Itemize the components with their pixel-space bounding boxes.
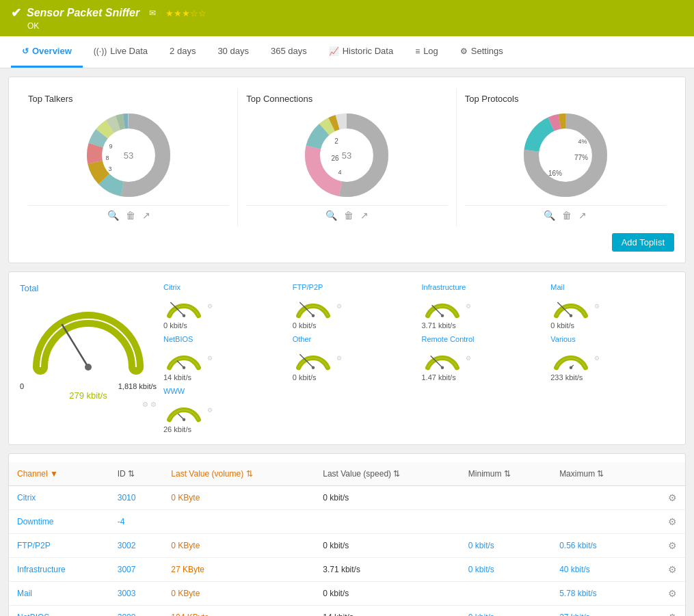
mini-gauge-item-3: Mail ⚙ 0 kbit/s — [550, 283, 674, 330]
cell-icon-1[interactable]: ⚙ — [646, 510, 685, 534]
col-channel-label: Channel — [17, 469, 48, 479]
table-section: Channel ▼ ID ⇅ Last Value (volume) ⇅ L — [8, 453, 686, 616]
mini-gauge-value-2: 3.71 kbit/s — [422, 321, 456, 330]
mini-gauge-svg-7 — [550, 345, 591, 372]
svg-point-52 — [570, 366, 572, 369]
cell-id-2: 3002 — [109, 534, 163, 558]
mini-gauge-value-8: 26 kbit/s — [163, 425, 191, 433]
cell-min-5: 0 kbit/s — [460, 606, 551, 617]
talkers-search-icon[interactable]: 🔍 — [107, 210, 119, 221]
cell-channel-3[interactable]: Infrastructure — [9, 558, 109, 582]
col-last-speed[interactable]: Last Value (speed) ⇅ — [315, 462, 460, 486]
connections-expand-icon[interactable]: ↗ — [360, 210, 369, 221]
mini-gauge-settings-0[interactable]: ⚙ — [207, 303, 213, 310]
svg-line-35 — [62, 325, 88, 367]
col-channel-sort: ▼ — [50, 469, 58, 479]
toplist-protocols-actions: 🔍 🗑 ↗ — [465, 205, 666, 221]
col-minimum-label: Minimum — [468, 469, 502, 479]
col-maximum[interactable]: Maximum ⇅ — [551, 462, 645, 486]
cell-icon-2[interactable]: ⚙ — [646, 534, 685, 558]
cell-max-4: 5.78 kbit/s — [551, 582, 645, 606]
protocols-expand-icon[interactable]: ↗ — [578, 210, 587, 221]
connections-search-icon[interactable]: 🔍 — [325, 210, 337, 221]
mini-gauge-name-3: Mail — [550, 283, 564, 291]
cell-last-speed-4: 0 kbit/s — [315, 582, 460, 606]
mini-gauge-name-7: Various — [550, 335, 575, 343]
nav-item-2days[interactable]: 2 days — [159, 36, 206, 68]
col-minimum[interactable]: Minimum ⇅ — [460, 462, 551, 486]
cell-icon-5[interactable]: ⚙ — [646, 606, 685, 617]
mini-gauge-settings-7[interactable]: ⚙ — [594, 355, 600, 362]
talkers-expand-icon[interactable]: ↗ — [142, 210, 150, 221]
cell-channel-0[interactable]: Citrix — [9, 486, 109, 510]
nav-item-overview[interactable]: ↺ Overview — [11, 36, 83, 68]
total-gauge-max: 1,818 kbit/s — [118, 382, 157, 390]
envelope-icon[interactable]: ✉ — [149, 8, 156, 18]
talkers-delete-icon[interactable]: 🗑 — [126, 210, 135, 221]
cell-max-3: 40 kbit/s — [551, 558, 645, 582]
cell-channel-2[interactable]: FTP/P2P — [9, 534, 109, 558]
svg-text:16%: 16% — [548, 170, 562, 177]
mini-gauge-value-7: 233 kbit/s — [550, 373, 583, 381]
col-last-vol[interactable]: Last Value (volume) ⇅ — [163, 462, 315, 486]
nav-30days-label: 30 days — [217, 46, 249, 56]
table-row: NetBIOS 3008 104 KByte 14 kbit/s 0 kbit/… — [9, 606, 685, 617]
protocols-delete-icon[interactable]: 🗑 — [562, 210, 572, 221]
mini-gauge-item-4: NetBIOS ⚙ 14 kbit/s — [163, 335, 287, 381]
cell-channel-1[interactable]: Downtime — [9, 510, 109, 534]
protocols-donut-svg: 77% 16% 4% — [521, 111, 610, 200]
connections-delete-icon[interactable]: 🗑 — [344, 210, 353, 221]
log-icon: ≡ — [415, 46, 420, 56]
mini-gauge-settings-6[interactable]: ⚙ — [466, 355, 471, 362]
col-last-vol-label: Last Value (volume) — [171, 469, 243, 479]
mini-gauge-svg-2 — [422, 293, 463, 320]
svg-point-42 — [440, 314, 443, 317]
mini-gauge-value-1: 0 kbit/s — [293, 321, 317, 330]
mini-gauge-settings-2[interactable]: ⚙ — [466, 303, 471, 310]
mini-gauge-settings-1[interactable]: ⚙ — [336, 303, 342, 310]
svg-text:3: 3 — [109, 165, 112, 172]
svg-point-40 — [312, 314, 315, 317]
mini-gauges-grid: Citrix ⚙ 0 kbit/s FTP/P2P ⚙ 0 kbit/s Inf… — [163, 283, 674, 433]
col-channel[interactable]: Channel ▼ — [9, 462, 109, 486]
svg-text:8: 8 — [106, 155, 109, 161]
nav-settings-label: Settings — [471, 46, 503, 56]
toplist-connections-actions: 🔍 🗑 ↗ — [246, 205, 447, 221]
cell-icon-0[interactable]: ⚙ — [646, 486, 685, 510]
cell-last-speed-3: 3.71 kbit/s — [315, 558, 460, 582]
nav-item-livedata[interactable]: ((·)) Live Data — [83, 36, 159, 68]
add-toplist-button[interactable]: Add Toplist — [612, 233, 674, 252]
col-id-label: ID — [118, 469, 126, 479]
nav-livedata-label: Live Data — [110, 46, 148, 56]
protocols-search-icon[interactable]: 🔍 — [544, 210, 555, 221]
svg-point-44 — [570, 314, 572, 317]
mini-gauge-settings-4[interactable]: ⚙ — [207, 355, 213, 362]
mini-gauge-item-8: WWW ⚙ 26 kbit/s — [163, 387, 287, 433]
cell-max-0 — [551, 486, 645, 510]
cell-channel-5[interactable]: NetBIOS — [9, 606, 109, 617]
mini-gauge-row-0: ⚙ — [163, 293, 213, 320]
settings-icon: ⚙ — [460, 46, 468, 56]
cell-icon-4[interactable]: ⚙ — [646, 582, 685, 606]
mini-gauge-settings-3[interactable]: ⚙ — [594, 303, 600, 310]
nav-item-historicdata[interactable]: 📈 Historic Data — [318, 36, 404, 68]
mini-gauge-name-8: WWW — [163, 387, 185, 395]
svg-point-54 — [183, 418, 185, 421]
mini-gauge-settings-8[interactable]: ⚙ — [207, 407, 213, 414]
nav-item-settings[interactable]: ⚙ Settings — [449, 36, 514, 68]
mini-gauge-settings-5[interactable]: ⚙ — [336, 355, 342, 362]
nav-item-365days[interactable]: 365 days — [260, 36, 318, 68]
cell-channel-4[interactable]: Mail — [9, 582, 109, 606]
svg-text:77%: 77% — [574, 154, 588, 161]
nav-item-30days[interactable]: 30 days — [206, 36, 260, 68]
status-check-icon: ✔ — [11, 5, 21, 21]
cell-last-vol-1 — [163, 510, 315, 534]
mini-gauge-value-0: 0 kbit/s — [163, 321, 187, 330]
col-id[interactable]: ID ⇅ — [109, 462, 163, 486]
mini-gauge-row-2: ⚙ — [422, 293, 471, 320]
data-table: Channel ▼ ID ⇅ Last Value (volume) ⇅ L — [9, 462, 685, 616]
toplist-talkers-title: Top Talkers — [28, 94, 229, 104]
mini-gauge-svg-5 — [293, 345, 334, 372]
cell-icon-3[interactable]: ⚙ — [646, 558, 685, 582]
nav-item-log[interactable]: ≡ Log — [404, 36, 449, 68]
